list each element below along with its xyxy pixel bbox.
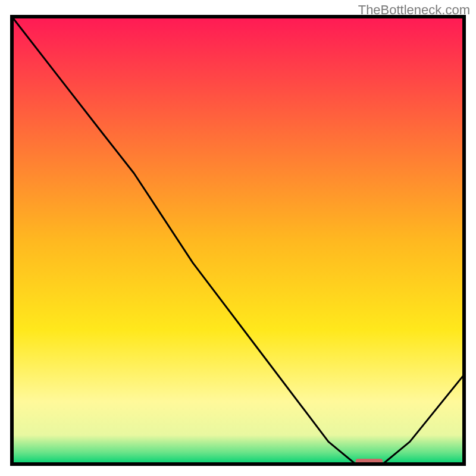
plot-background (12, 17, 464, 464)
watermark-text: TheBottleneck.com (358, 2, 470, 18)
bottleneck-chart (0, 0, 476, 476)
chart-container: TheBottleneck.com (0, 0, 476, 476)
